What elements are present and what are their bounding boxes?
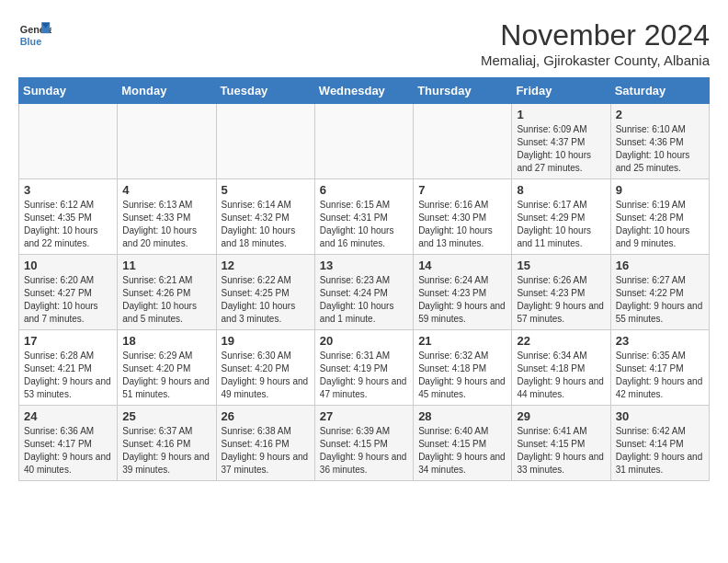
calendar-cell: 17Sunrise: 6:28 AM Sunset: 4:21 PM Dayli…: [19, 330, 118, 406]
day-number: 8: [517, 183, 605, 197]
calendar-cell: 24Sunrise: 6:36 AM Sunset: 4:17 PM Dayli…: [19, 406, 118, 481]
day-info: Sunrise: 6:27 AM Sunset: 4:22 PM Dayligh…: [616, 274, 704, 326]
day-info: Sunrise: 6:20 AM Sunset: 4:27 PM Dayligh…: [24, 274, 112, 326]
calendar-cell: 3Sunrise: 6:12 AM Sunset: 4:35 PM Daylig…: [19, 179, 118, 255]
day-info: Sunrise: 6:22 AM Sunset: 4:25 PM Dayligh…: [222, 274, 310, 326]
week-row-0: 1Sunrise: 6:09 AM Sunset: 4:37 PM Daylig…: [19, 104, 710, 179]
day-info: Sunrise: 6:14 AM Sunset: 4:32 PM Dayligh…: [222, 199, 310, 250]
day-info: Sunrise: 6:29 AM Sunset: 4:20 PM Dayligh…: [122, 350, 210, 401]
day-number: 19: [222, 334, 310, 348]
calendar-cell: 30Sunrise: 6:42 AM Sunset: 4:14 PM Dayli…: [610, 406, 709, 481]
header-friday: Friday: [512, 78, 610, 104]
calendar-cell: 1Sunrise: 6:09 AM Sunset: 4:37 PM Daylig…: [512, 104, 610, 179]
day-number: 20: [320, 334, 408, 348]
calendar-cell: [19, 104, 118, 179]
day-info: Sunrise: 6:32 AM Sunset: 4:18 PM Dayligh…: [418, 350, 506, 401]
calendar-cell: 2Sunrise: 6:10 AM Sunset: 4:36 PM Daylig…: [610, 104, 709, 179]
calendar-cell: 4Sunrise: 6:13 AM Sunset: 4:33 PM Daylig…: [118, 179, 216, 255]
calendar-cell: 22Sunrise: 6:34 AM Sunset: 4:18 PM Dayli…: [512, 330, 610, 406]
calendar-cell: 20Sunrise: 6:31 AM Sunset: 4:19 PM Dayli…: [314, 330, 413, 406]
calendar-cell: 27Sunrise: 6:39 AM Sunset: 4:15 PM Dayli…: [314, 406, 413, 481]
day-number: 21: [418, 334, 506, 348]
calendar-cell: 18Sunrise: 6:29 AM Sunset: 4:20 PM Dayli…: [118, 330, 216, 406]
calendar-cell: 19Sunrise: 6:30 AM Sunset: 4:20 PM Dayli…: [216, 330, 314, 406]
day-info: Sunrise: 6:31 AM Sunset: 4:19 PM Dayligh…: [320, 350, 408, 401]
calendar-cell: [314, 104, 413, 179]
day-info: Sunrise: 6:41 AM Sunset: 4:15 PM Dayligh…: [517, 425, 605, 477]
header-monday: Monday: [118, 78, 216, 104]
calendar-cell: 9Sunrise: 6:19 AM Sunset: 4:28 PM Daylig…: [610, 179, 709, 255]
week-row-3: 17Sunrise: 6:28 AM Sunset: 4:21 PM Dayli…: [19, 330, 710, 406]
day-number: 7: [418, 183, 506, 197]
day-info: Sunrise: 6:28 AM Sunset: 4:21 PM Dayligh…: [24, 350, 112, 401]
day-number: 11: [122, 259, 210, 272]
header-wednesday: Wednesday: [314, 78, 413, 104]
day-number: 10: [24, 259, 112, 272]
calendar-cell: 13Sunrise: 6:23 AM Sunset: 4:24 PM Dayli…: [314, 255, 413, 330]
day-number: 27: [320, 409, 408, 423]
calendar-cell: 25Sunrise: 6:37 AM Sunset: 4:16 PM Dayli…: [118, 406, 216, 481]
calendar-cell: 26Sunrise: 6:38 AM Sunset: 4:16 PM Dayli…: [216, 406, 314, 481]
day-number: 26: [222, 409, 310, 423]
logo-icon: General Blue: [18, 18, 51, 52]
calendar-cell: [216, 104, 314, 179]
day-info: Sunrise: 6:19 AM Sunset: 4:28 PM Dayligh…: [616, 199, 704, 250]
day-info: Sunrise: 6:36 AM Sunset: 4:17 PM Dayligh…: [24, 425, 112, 477]
day-number: 12: [222, 259, 310, 272]
day-info: Sunrise: 6:26 AM Sunset: 4:23 PM Dayligh…: [517, 274, 605, 326]
day-number: 14: [418, 259, 506, 272]
calendar-cell: 29Sunrise: 6:41 AM Sunset: 4:15 PM Dayli…: [512, 406, 610, 481]
calendar-cell: 12Sunrise: 6:22 AM Sunset: 4:25 PM Dayli…: [216, 255, 314, 330]
month-title: November 2024: [481, 18, 710, 52]
day-number: 30: [616, 409, 704, 423]
calendar-cell: 5Sunrise: 6:14 AM Sunset: 4:32 PM Daylig…: [216, 179, 314, 255]
day-number: 29: [517, 409, 605, 423]
week-row-2: 10Sunrise: 6:20 AM Sunset: 4:27 PM Dayli…: [19, 255, 710, 330]
day-info: Sunrise: 6:30 AM Sunset: 4:20 PM Dayligh…: [222, 350, 310, 401]
title-block: November 2024 Memaliaj, Gjirokaster Coun…: [481, 18, 710, 68]
logo: General Blue: [18, 18, 51, 52]
location-subtitle: Memaliaj, Gjirokaster County, Albania: [481, 52, 710, 68]
day-info: Sunrise: 6:10 AM Sunset: 4:36 PM Dayligh…: [616, 123, 704, 175]
calendar-header-row: SundayMondayTuesdayWednesdayThursdayFrid…: [19, 78, 710, 104]
day-info: Sunrise: 6:16 AM Sunset: 4:30 PM Dayligh…: [418, 199, 506, 250]
day-number: 1: [517, 108, 605, 121]
day-number: 28: [418, 409, 506, 423]
svg-text:Blue: Blue: [20, 36, 41, 47]
day-info: Sunrise: 6:17 AM Sunset: 4:29 PM Dayligh…: [517, 199, 605, 250]
day-info: Sunrise: 6:39 AM Sunset: 4:15 PM Dayligh…: [320, 425, 408, 477]
day-number: 24: [24, 409, 112, 423]
calendar-cell: 14Sunrise: 6:24 AM Sunset: 4:23 PM Dayli…: [414, 255, 512, 330]
day-info: Sunrise: 6:13 AM Sunset: 4:33 PM Dayligh…: [122, 199, 210, 250]
calendar-cell: 23Sunrise: 6:35 AM Sunset: 4:17 PM Dayli…: [610, 330, 709, 406]
day-number: 2: [616, 108, 704, 121]
day-number: 15: [517, 259, 605, 272]
calendar-cell: 21Sunrise: 6:32 AM Sunset: 4:18 PM Dayli…: [414, 330, 512, 406]
calendar-cell: 10Sunrise: 6:20 AM Sunset: 4:27 PM Dayli…: [19, 255, 118, 330]
calendar-body: 1Sunrise: 6:09 AM Sunset: 4:37 PM Daylig…: [19, 104, 710, 481]
week-row-1: 3Sunrise: 6:12 AM Sunset: 4:35 PM Daylig…: [19, 179, 710, 255]
day-number: 18: [122, 334, 210, 348]
day-number: 16: [616, 259, 704, 272]
calendar-table: SundayMondayTuesdayWednesdayThursdayFrid…: [18, 77, 710, 481]
day-info: Sunrise: 6:12 AM Sunset: 4:35 PM Dayligh…: [24, 199, 112, 250]
day-info: Sunrise: 6:23 AM Sunset: 4:24 PM Dayligh…: [320, 274, 408, 326]
calendar-cell: 7Sunrise: 6:16 AM Sunset: 4:30 PM Daylig…: [414, 179, 512, 255]
day-info: Sunrise: 6:40 AM Sunset: 4:15 PM Dayligh…: [418, 425, 506, 477]
day-info: Sunrise: 6:34 AM Sunset: 4:18 PM Dayligh…: [517, 350, 605, 401]
header-sunday: Sunday: [19, 78, 118, 104]
week-row-4: 24Sunrise: 6:36 AM Sunset: 4:17 PM Dayli…: [19, 406, 710, 481]
day-number: 13: [320, 259, 408, 272]
day-info: Sunrise: 6:38 AM Sunset: 4:16 PM Dayligh…: [222, 425, 310, 477]
calendar-cell: 11Sunrise: 6:21 AM Sunset: 4:26 PM Dayli…: [118, 255, 216, 330]
page-header: General Blue November 2024 Memaliaj, Gji…: [18, 18, 710, 68]
day-number: 9: [616, 183, 704, 197]
day-number: 17: [24, 334, 112, 348]
calendar-cell: [118, 104, 216, 179]
calendar-cell: 8Sunrise: 6:17 AM Sunset: 4:29 PM Daylig…: [512, 179, 610, 255]
calendar-cell: 15Sunrise: 6:26 AM Sunset: 4:23 PM Dayli…: [512, 255, 610, 330]
day-info: Sunrise: 6:24 AM Sunset: 4:23 PM Dayligh…: [418, 274, 506, 326]
day-info: Sunrise: 6:42 AM Sunset: 4:14 PM Dayligh…: [616, 425, 704, 477]
calendar-cell: 28Sunrise: 6:40 AM Sunset: 4:15 PM Dayli…: [414, 406, 512, 481]
calendar-cell: 16Sunrise: 6:27 AM Sunset: 4:22 PM Dayli…: [610, 255, 709, 330]
